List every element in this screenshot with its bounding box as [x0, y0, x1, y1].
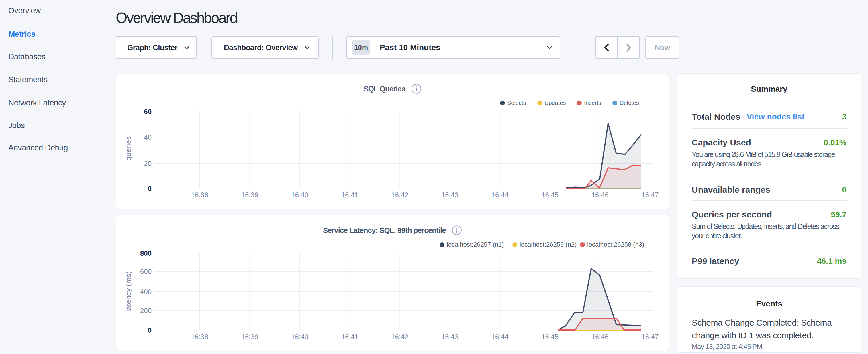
svg-text:16:47: 16:47 — [641, 333, 658, 341]
svg-text:queries: queries — [124, 136, 133, 160]
svg-text:16:41: 16:41 — [341, 333, 359, 341]
svg-text:16:44: 16:44 — [492, 333, 509, 341]
svg-text:16:44: 16:44 — [492, 191, 509, 199]
svg-text:20: 20 — [144, 160, 152, 167]
svg-text:16:46: 16:46 — [591, 191, 609, 199]
svg-text:16:42: 16:42 — [391, 333, 408, 341]
svg-text:16:43: 16:43 — [441, 333, 459, 341]
svg-text:16:47: 16:47 — [641, 191, 658, 199]
svg-text:latency (ms): latency (ms) — [124, 271, 133, 312]
svg-text:40: 40 — [144, 133, 152, 141]
svg-text:16:46: 16:46 — [591, 333, 609, 341]
svg-text:16:39: 16:39 — [241, 333, 258, 341]
svg-text:0: 0 — [148, 185, 152, 192]
svg-text:16:38: 16:38 — [191, 191, 208, 199]
svg-text:16:41: 16:41 — [341, 191, 359, 199]
svg-text:16:40: 16:40 — [291, 191, 308, 199]
svg-text:16:42: 16:42 — [391, 191, 408, 199]
svg-text:16:45: 16:45 — [541, 333, 559, 341]
svg-text:200: 200 — [140, 307, 152, 315]
svg-text:16:38: 16:38 — [191, 333, 208, 341]
svg-text:16:40: 16:40 — [291, 333, 308, 341]
svg-text:16:45: 16:45 — [541, 191, 559, 199]
svg-text:800: 800 — [140, 250, 152, 257]
svg-text:600: 600 — [140, 267, 152, 275]
svg-text:400: 400 — [140, 288, 152, 296]
svg-text:16:39: 16:39 — [241, 191, 258, 199]
svg-text:60: 60 — [144, 108, 152, 116]
svg-text:16:43: 16:43 — [441, 191, 459, 199]
svg-text:0: 0 — [148, 326, 152, 334]
